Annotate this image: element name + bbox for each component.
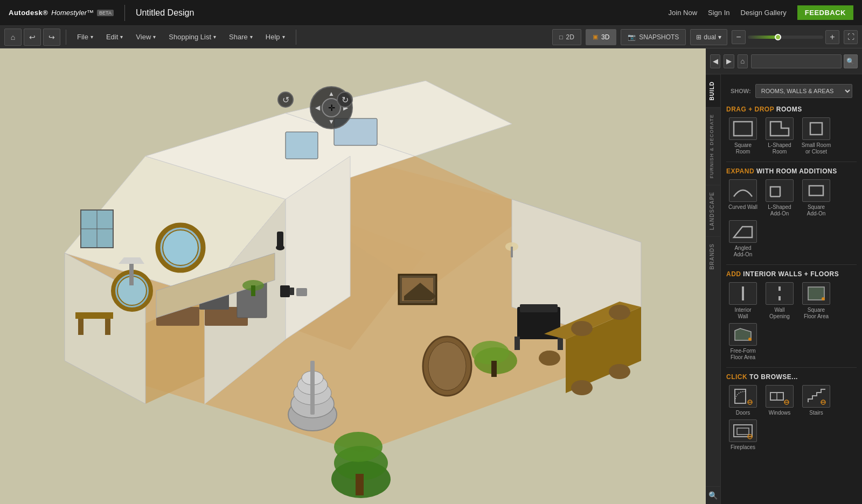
design-title: Untitled Design	[136, 8, 194, 18]
windows-item[interactable]: Windows	[763, 385, 796, 416]
dual-view-button[interactable]: ⊞ dual ▾	[690, 29, 727, 45]
panel-search-button[interactable]: 🔍	[844, 54, 858, 68]
rotate-right-button[interactable]: ↻	[337, 92, 353, 108]
svg-point-49	[609, 305, 630, 320]
interior-wall-label: InteriorWall	[734, 307, 751, 320]
small-room-label: Small Roomor Closet	[802, 142, 831, 155]
svg-rect-65	[280, 285, 290, 297]
stairs-item[interactable]: Stairs	[800, 385, 833, 416]
beta-badge: BETA	[97, 10, 114, 16]
interior-wall-item[interactable]: InteriorWall	[726, 282, 760, 320]
panel-home-button[interactable]: ⌂	[738, 54, 748, 68]
svg-marker-71	[770, 122, 789, 136]
sign-in-link[interactable]: Sign In	[708, 9, 729, 17]
share-arrow: ▾	[250, 34, 253, 40]
angled-addon-item[interactable]: AngledAdd-On	[726, 220, 760, 258]
nav-control: ↺ ▲ ▼ ◀ ▶ ✛ ↻	[277, 81, 353, 135]
design-gallery-link[interactable]: Design Gallery	[741, 9, 787, 17]
svg-rect-62	[105, 319, 110, 335]
view-menu-arrow: ▾	[153, 34, 156, 40]
angled-addon-icon	[729, 220, 757, 243]
svg-point-80	[822, 297, 825, 300]
svg-rect-68	[286, 132, 318, 159]
square-room-item[interactable]: SquareRoom	[726, 117, 760, 155]
svg-point-57	[428, 342, 466, 390]
view-2d-button[interactable]: □ 2D	[552, 29, 581, 45]
homestyler-brand: Homestyler™	[51, 9, 94, 17]
panel-search-input[interactable]	[751, 54, 842, 68]
wall-opening-item[interactable]: WallOpening	[763, 282, 796, 320]
show-row: SHOW: ROOMS, WALLS & AREAS WALLS ONLY FL…	[726, 80, 857, 100]
l-shaped-room-item[interactable]: L-ShapedRoom	[763, 117, 796, 155]
windows-label: Windows	[769, 410, 791, 416]
view-2d-icon: □	[559, 34, 563, 40]
feedback-button[interactable]: FEEDBACK	[797, 5, 853, 20]
svg-rect-28	[251, 285, 255, 296]
l-shaped-addon-item[interactable]: L-ShapedAdd-On	[763, 179, 796, 217]
canvas-area[interactable]: ↺ ▲ ▼ ◀ ▶ ✛ ↻	[0, 48, 706, 504]
svg-point-48	[571, 321, 593, 336]
square-addon-item[interactable]: SquareAdd-On	[800, 179, 833, 217]
zoom-bar: − +	[732, 30, 839, 44]
square-room-label: SquareRoom	[734, 142, 752, 155]
nav-up-button[interactable]: ▲	[326, 88, 337, 99]
svg-rect-40	[520, 304, 558, 312]
svg-point-50	[571, 380, 593, 395]
redo-button[interactable]: ↪	[43, 29, 60, 46]
show-select[interactable]: ROOMS, WALLS & AREAS WALLS ONLY FLOORS O…	[755, 84, 852, 98]
expand-rooms-header: EXPAND WITH ROOM ADDITIONS	[726, 167, 857, 175]
help-menu[interactable]: Help ▾	[260, 29, 290, 45]
rotate-left-button[interactable]: ↺	[277, 92, 294, 108]
svg-rect-74	[809, 186, 823, 195]
panel-search: 🔍	[751, 54, 858, 68]
nav-left-button[interactable]: ◀	[312, 102, 323, 113]
panel-layout: BUILD FURNISH & DECORATE LANDSCAPE BRAND…	[706, 74, 862, 504]
svg-rect-38	[356, 474, 364, 495]
curved-wall-item[interactable]: Curved Wall	[726, 179, 760, 217]
panel-search-icon[interactable]: 🔍	[706, 486, 720, 504]
view-menu[interactable]: View ▾	[130, 29, 161, 45]
home-button[interactable]: ⌂	[4, 29, 22, 46]
autodesk-brand: Autodesk®	[9, 9, 48, 17]
zoom-out-button[interactable]: −	[732, 30, 746, 44]
join-now-link[interactable]: Join Now	[669, 9, 697, 17]
panel-back-button[interactable]: ◀	[710, 54, 720, 68]
file-menu[interactable]: File ▾	[72, 29, 99, 45]
svg-rect-34	[310, 361, 315, 415]
furnish-decorate-tab[interactable]: FURNISH & DECORATE	[706, 107, 720, 185]
fireplaces-label: Fireplaces	[731, 444, 755, 451]
panel-top: ◀ ▶ ⌂ 🔍	[706, 48, 862, 74]
shopping-list-menu[interactable]: Shopping List ▾	[163, 29, 221, 45]
curved-wall-label: Curved Wall	[728, 204, 757, 211]
undo-button[interactable]: ↩	[24, 29, 41, 46]
square-addon-label: SquareAdd-On	[807, 204, 825, 217]
zoom-slider[interactable]	[748, 36, 823, 39]
edit-menu-arrow: ▾	[120, 34, 123, 40]
view-2d-label: 2D	[566, 33, 574, 41]
landscape-tab[interactable]: LANDSCAPE	[706, 185, 720, 236]
add-label: ADD	[726, 270, 741, 278]
camera-icon: 📷	[628, 33, 636, 41]
snapshots-button[interactable]: 📷 SNAPSHOTS	[621, 29, 686, 45]
nav-down-button[interactable]: ▼	[326, 116, 337, 127]
panel-forward-button[interactable]: ▶	[724, 54, 734, 68]
view-3d-button[interactable]: ▣ 3D	[586, 29, 616, 45]
zoom-in-button[interactable]: +	[825, 30, 839, 44]
small-room-item[interactable]: Small Roomor Closet	[800, 117, 833, 155]
freeform-floor-item[interactable]: Free-FormFloor Area	[726, 323, 760, 361]
svg-point-52	[539, 351, 560, 366]
fireplaces-item[interactable]: Fireplaces	[726, 419, 760, 451]
share-menu[interactable]: Share ▾	[224, 29, 258, 45]
edit-menu[interactable]: Edit ▾	[101, 29, 128, 45]
divider-1	[726, 162, 857, 162]
browse-grid: Doors Windows	[726, 385, 857, 451]
doors-item[interactable]: Doors	[726, 385, 760, 416]
brands-tab[interactable]: BRANDS	[706, 236, 720, 276]
build-tab[interactable]: BUILD	[706, 74, 720, 107]
svg-rect-58	[129, 264, 134, 285]
fullscreen-button[interactable]: ⛶	[844, 30, 858, 44]
square-floor-item[interactable]: SquareFloor Area	[800, 282, 833, 320]
stairs-label: Stairs	[809, 410, 823, 416]
freeform-floor-icon	[729, 323, 757, 346]
l-shaped-room-icon	[766, 117, 794, 140]
